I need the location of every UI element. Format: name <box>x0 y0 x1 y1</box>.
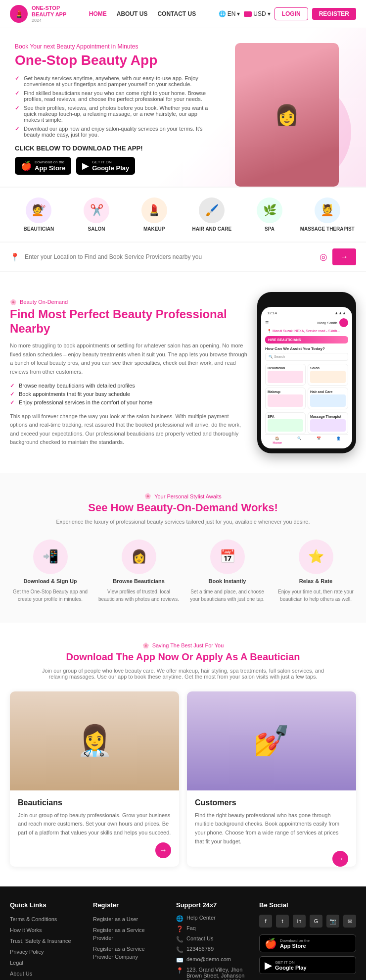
footer-reg-company-a[interactable]: Register as a Service Provider Company <box>93 946 145 960</box>
footer-googleplay-button[interactable]: ▶ GET IT ON Google Play <box>259 956 356 974</box>
logo-text-sub: BEAUTY APP <box>32 11 66 18</box>
twitter-icon[interactable]: t <box>276 915 289 928</box>
footer-link-trust-a[interactable]: Trust, Safety & Insurance <box>10 938 71 944</box>
faq-icon: ❓ <box>176 926 183 932</box>
footer-reg-user: Register as a User <box>93 915 166 923</box>
category-salon-label: SALON <box>88 226 105 232</box>
phone-grid-salon: Salon <box>308 364 348 386</box>
category-spa-label: SPA <box>265 226 274 232</box>
nav-contact[interactable]: CONTACT US <box>157 10 196 17</box>
footer-link-privacy: Privacy Policy <box>10 947 83 955</box>
footer-reg-user-a[interactable]: Register as a User <box>93 916 138 922</box>
download-title: Download The App Now Or Apply As A Beaut… <box>10 651 356 663</box>
footer-support-address: 📍 123, Grand Villey, Jhon Brown Street, … <box>176 967 249 980</box>
find-extra: This app will forever change the way you… <box>10 412 247 447</box>
category-beautician[interactable]: 💇 BEAUTICIAN <box>10 197 68 232</box>
google-icon[interactable]: G <box>310 915 322 928</box>
lang-text: EN <box>228 10 236 17</box>
how-title: See How Beauty-On-Demand Works! <box>10 501 356 514</box>
phone-grid-beautician: Beautician <box>265 364 306 386</box>
linkedin-icon[interactable]: in <box>293 915 306 928</box>
phone-notch <box>292 297 321 305</box>
how-step-3: 📅 Book Instantly Set a time and place, a… <box>187 539 268 603</box>
footer-register: Register Register as a User Register as … <box>93 901 166 980</box>
nav-links: HOME ABOUT US CONTACT US <box>89 10 196 17</box>
relax-rate-icon: ⭐ <box>299 539 333 574</box>
how-step-4-title: Relax & Rate <box>299 578 332 584</box>
book-instantly-icon: 📅 <box>210 539 245 574</box>
instagram-icon[interactable]: 📷 <box>326 915 339 928</box>
footer-link-trust: Trust, Safety & Insurance <box>10 936 83 944</box>
target-icon[interactable]: ◎ <box>320 251 327 262</box>
footer-quick-links-list: Terms & Conditions How it Works Trust, S… <box>10 915 83 977</box>
beautician-card: 👩‍⚕️ Beauticians Join our group of top b… <box>10 691 179 867</box>
lang-selector[interactable]: 🌐 EN ▾ <box>219 10 240 17</box>
footer-link-how-a[interactable]: How it Works <box>10 927 42 933</box>
phone-grid-img-salon <box>310 371 346 383</box>
phone-icons: ▲▲▲ <box>334 311 346 315</box>
footer-link-about-a[interactable]: About Us <box>10 971 32 977</box>
contact-icon: 📞 <box>176 936 183 943</box>
hero-bullets: Get beauty services anytime, anywhere, w… <box>15 75 213 138</box>
hero-bullet-1: Get beauty services anytime, anywhere, w… <box>15 75 213 87</box>
apple-icon: 🍎 <box>21 160 32 171</box>
hero-image-area: 👩 <box>223 43 351 187</box>
footer-register-list: Register as a User Register as a Service… <box>93 915 166 960</box>
phone-nav-search[interactable]: 🔍 <box>297 437 302 444</box>
hero-bullet-3: See their profiles, reviews, and photos … <box>15 105 213 123</box>
category-hair[interactable]: 🖌️ HAIR AND CARE <box>183 197 241 232</box>
phone-nav-calendar[interactable]: 📅 <box>317 437 321 444</box>
customers-card-arrow[interactable]: → <box>332 851 348 867</box>
search-go-button[interactable]: → <box>332 248 356 265</box>
phone-grid-img-beautician <box>268 371 303 383</box>
currency-selector[interactable]: USD ▾ <box>244 10 270 17</box>
hero-buttons: 🍎 Download on the App Store ▶ GET IT ON … <box>15 157 213 175</box>
googleplay-small-text: GET IT ON <box>92 160 129 164</box>
footer-app-buttons: 🍎 Download on the App Store ▶ GET IT ON … <box>259 934 356 974</box>
hero-cta-label: CLICK BELOW TO DOWNLOAD THE APP! <box>15 145 213 152</box>
phone-icon: 📞 <box>176 946 183 953</box>
nav-about[interactable]: ABOUT US <box>117 10 148 17</box>
phone-nav-profile[interactable]: 👤 <box>336 437 341 444</box>
footer-link-legal-a[interactable]: Legal <box>10 960 23 966</box>
hero-model-image: 👩 <box>235 43 339 187</box>
googleplay-button[interactable]: ▶ GET IT ON Google Play <box>76 157 135 175</box>
phone-grid-img-spa <box>268 419 303 432</box>
mail-icon[interactable]: ✉ <box>343 915 356 928</box>
hero-content: Book Your next Beauty Appointment in Min… <box>15 43 223 187</box>
search-nav-icon: 🔍 <box>297 437 302 441</box>
help-center-icon: 🌐 <box>176 915 183 922</box>
profile-nav-icon: 👤 <box>336 437 341 441</box>
footer-link-privacy-a[interactable]: Privacy Policy <box>10 949 44 955</box>
appstore-button[interactable]: 🍎 Download on the App Store <box>15 157 71 175</box>
footer-appstore-button[interactable]: 🍎 Download on the App Store <box>259 934 356 952</box>
nav-controls: 🌐 EN ▾ USD ▾ LOGIN REGISTER <box>219 7 356 20</box>
phone-grid-bottom: SPA Massage Therapist <box>265 412 348 434</box>
phone-grid-spa: SPA <box>265 412 306 434</box>
phone-bottom-nav: 🏠 Home 🔍 📅 👤 <box>265 434 348 444</box>
phone-nav-home[interactable]: 🏠 Home <box>273 437 282 444</box>
logo-year: 2024 <box>32 18 66 23</box>
login-button[interactable]: LOGIN <box>274 7 308 20</box>
phone-time: 12:14 <box>267 311 277 315</box>
beautician-card-desc: Join our group of top beauty professiona… <box>18 811 171 837</box>
how-step-3-title: Book Instantly <box>209 578 246 584</box>
category-makeup[interactable]: 💄 MAKEUP <box>125 197 183 232</box>
customers-card-image: 💅 <box>187 691 356 790</box>
facebook-icon[interactable]: f <box>259 915 272 928</box>
footer-register-title: Register <box>93 901 166 909</box>
footer-link-terms-a[interactable]: Terms & Conditions <box>10 916 57 922</box>
nav-home[interactable]: HOME <box>89 10 107 17</box>
category-massage[interactable]: 💆 MASSAGE THERAPIST <box>298 197 356 232</box>
footer-googleplay-text: GET IT ON Google Play <box>275 960 307 971</box>
footer-link-how: How it Works <box>10 926 83 933</box>
register-button[interactable]: REGISTER <box>312 8 356 20</box>
search-input[interactable] <box>25 253 315 260</box>
category-spa[interactable]: 🌿 SPA <box>241 197 299 232</box>
category-salon[interactable]: ✂️ SALON <box>68 197 126 232</box>
phone-grid-img-hair <box>310 394 346 407</box>
phone-mockup: 12:14 ▲▲▲ ≡ Mary Smith 📍 Maruti Suzuki N… <box>257 292 356 453</box>
footer-reg-provider-a[interactable]: Register as a Service Provider <box>93 927 145 941</box>
beautician-card-arrow[interactable]: → <box>155 842 171 858</box>
flower-icon-3: 🌸 <box>142 642 149 649</box>
